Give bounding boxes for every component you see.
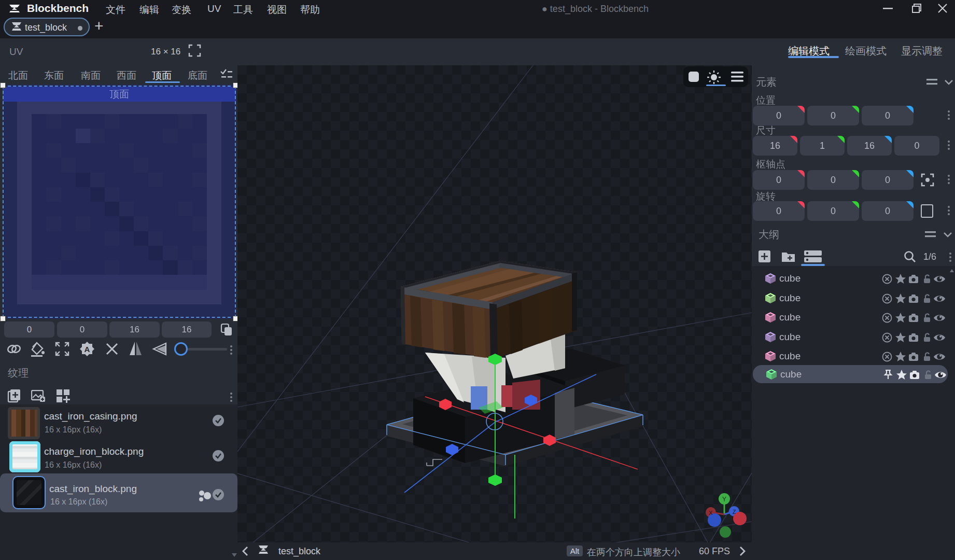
uv-maximize-icon[interactable] <box>55 342 69 356</box>
viewport-menu-icon[interactable] <box>730 71 745 82</box>
outliner-cube-row[interactable]: cube <box>752 308 955 327</box>
menu-help[interactable]: 帮助 <box>300 3 320 17</box>
uv-handle-bottomleft[interactable] <box>0 316 6 321</box>
star-icon[interactable] <box>895 351 906 362</box>
lock-open-icon[interactable] <box>921 293 932 304</box>
outliner-cube-row[interactable]: cube <box>752 269 955 288</box>
create-texture-icon[interactable] <box>31 390 45 402</box>
outliner-view-toggle-icon[interactable] <box>801 250 825 263</box>
size-x-input[interactable]: 16 <box>753 136 797 156</box>
uv-mirror-y-icon[interactable] <box>151 342 167 356</box>
status-model-name[interactable]: test_block <box>278 546 320 557</box>
remove-icon[interactable] <box>881 293 893 304</box>
camera-icon[interactable] <box>908 273 919 285</box>
rotation-x-input[interactable]: 0 <box>753 201 805 221</box>
viewport-3d[interactable]: Y X Z <box>237 65 752 542</box>
mode-tab-display[interactable]: 显示调整 <box>901 44 943 58</box>
element-collapse-icon[interactable] <box>944 79 954 86</box>
project-tab[interactable]: test_block <box>4 18 90 36</box>
lock-open-icon[interactable] <box>922 369 933 381</box>
lock-open-icon[interactable] <box>921 332 932 343</box>
pivot-dots[interactable] <box>948 173 950 186</box>
status-forward-icon[interactable] <box>738 546 747 556</box>
pivot-center-icon[interactable] <box>920 172 935 188</box>
texture-enabled-check[interactable] <box>213 450 224 461</box>
visibility-icon[interactable] <box>933 293 946 304</box>
star-icon[interactable] <box>895 312 906 324</box>
lighting-toggle-icon[interactable] <box>706 69 722 85</box>
uv-handle-topleft[interactable] <box>0 82 6 88</box>
add-cube-icon[interactable] <box>758 250 771 263</box>
new-tab-button[interactable]: + <box>94 17 104 35</box>
outliner-collapse-icon[interactable] <box>943 232 953 239</box>
uv-link-icon[interactable] <box>6 342 22 356</box>
visibility-icon[interactable] <box>933 351 946 362</box>
star-icon[interactable] <box>895 273 906 285</box>
element-menu-icon[interactable] <box>926 79 938 86</box>
camera-icon[interactable] <box>908 332 919 343</box>
size-inflate-input[interactable]: 0 <box>894 136 939 156</box>
position-x-input[interactable]: 0 <box>753 106 805 125</box>
size-dots[interactable] <box>948 139 950 151</box>
menu-transform[interactable]: 变换 <box>172 3 191 17</box>
shading-toggle-icon[interactable] <box>689 72 699 82</box>
pivot-x-input[interactable]: 0 <box>753 170 805 190</box>
lock-open-icon[interactable] <box>921 312 932 324</box>
face-tab-south[interactable]: 南面 <box>81 69 101 82</box>
uv-frame-icon[interactable] <box>188 44 202 58</box>
visibility-icon[interactable] <box>934 369 947 381</box>
texture-row-block-selected[interactable]: cast_iron_block.png 16 x 16px (16x) <box>0 473 237 512</box>
lock-open-icon[interactable] <box>921 351 932 362</box>
add-group-icon[interactable] <box>781 250 795 262</box>
face-tab-north[interactable]: 北面 <box>8 69 28 82</box>
texture-toolbar-dots[interactable] <box>230 391 232 403</box>
append-template-icon[interactable] <box>56 389 70 403</box>
camera-icon[interactable] <box>908 312 919 324</box>
minimize-button[interactable] <box>881 0 895 17</box>
star-icon[interactable] <box>895 293 906 304</box>
face-tab-top[interactable]: 顶面 <box>152 69 172 82</box>
menu-uv[interactable]: UV <box>207 3 221 15</box>
camera-icon[interactable] <box>908 293 919 304</box>
visibility-icon[interactable] <box>933 273 946 285</box>
remove-icon[interactable] <box>881 273 893 285</box>
remove-icon[interactable] <box>881 312 893 324</box>
rotation-z-input[interactable]: 0 <box>862 201 914 221</box>
visibility-icon[interactable] <box>933 332 946 343</box>
import-texture-icon[interactable] <box>7 389 21 403</box>
outliner-cube-row[interactable]: cube <box>752 289 955 308</box>
pivot-y-input[interactable]: 0 <box>807 170 859 190</box>
face-tab-west[interactable]: 西面 <box>117 69 136 82</box>
uv-height-input[interactable]: 16 <box>162 321 212 338</box>
position-y-input[interactable]: 0 <box>807 106 859 125</box>
texture-enabled-check[interactable] <box>213 415 224 426</box>
uv-opacity-slider-knob[interactable] <box>174 342 188 356</box>
outliner-cube-row[interactable]: cube <box>752 328 955 347</box>
remove-icon[interactable] <box>881 332 893 343</box>
uv-opacity-slider-track[interactable] <box>188 348 227 351</box>
rotation-dots[interactable] <box>948 204 950 217</box>
uv-clear-icon[interactable] <box>105 343 119 355</box>
close-button[interactable] <box>936 0 949 17</box>
visibility-icon[interactable] <box>933 312 946 324</box>
rotation-marker-icon[interactable] <box>921 204 933 218</box>
remove-icon[interactable] <box>881 351 893 362</box>
pin-icon[interactable] <box>882 369 894 381</box>
uv-auto-uv-icon[interactable]: A <box>79 341 95 357</box>
maximize-button[interactable] <box>909 0 922 17</box>
size-z-input[interactable]: 16 <box>847 136 892 156</box>
menu-view[interactable]: 视图 <box>267 3 287 17</box>
uv-copy-icon[interactable] <box>220 323 233 337</box>
lock-open-icon[interactable] <box>921 273 932 285</box>
uv-fill-bucket-icon[interactable] <box>30 341 46 357</box>
outliner-menu-icon[interactable] <box>924 231 937 239</box>
star-icon[interactable] <box>896 369 907 381</box>
uv-x-input[interactable]: 0 <box>4 321 54 338</box>
outliner-cube-row[interactable]: cube <box>752 347 955 366</box>
uv-editor-canvas[interactable]: 顶面 <box>3 85 236 319</box>
rotation-y-input[interactable]: 0 <box>807 201 859 221</box>
texture-row-charge[interactable]: charge_iron_block.png 16 x 16px (16x) <box>0 440 237 473</box>
star-icon[interactable] <box>895 332 906 343</box>
camera-icon[interactable] <box>908 351 919 362</box>
camera-icon[interactable] <box>909 369 920 381</box>
